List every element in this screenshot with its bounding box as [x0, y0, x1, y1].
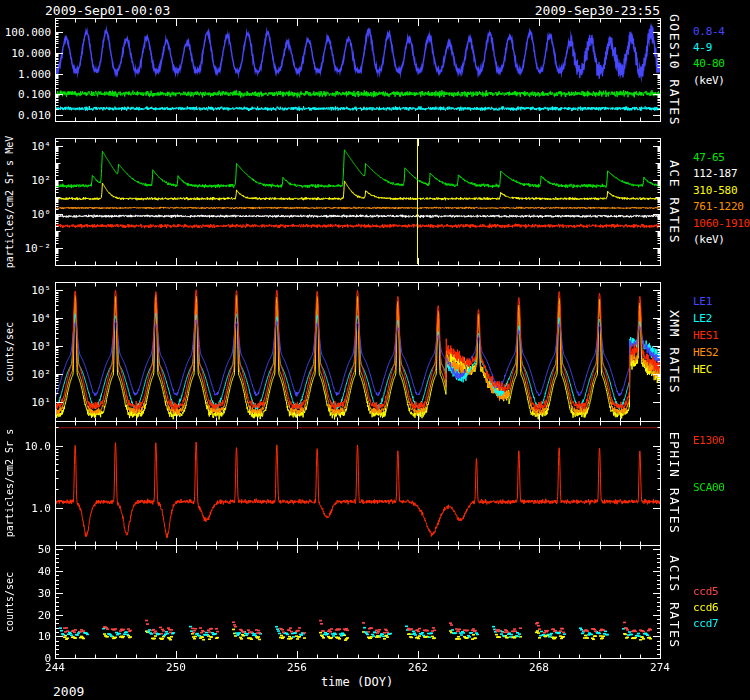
end-timestamp: 2009-Sep30-23:55	[535, 3, 660, 18]
legend-label-e1300: E1300	[693, 434, 725, 447]
start-timestamp: 2009-Sep01-00:03	[45, 3, 170, 18]
y-tick-label: 40	[0, 565, 51, 578]
legend-label-ccd6: ccd6	[693, 601, 718, 614]
year-label: 2009	[53, 684, 84, 699]
xmm-rates-canvas	[55, 282, 661, 422]
acis-y-axis-label: counts/sec	[4, 571, 15, 631]
y-tick-label: 10⁴	[0, 140, 51, 153]
x-tick-label: 262	[400, 661, 436, 674]
radiation-environment-plot: 2009-Sep01-00:03 2009-Sep30-23:55 GOES10…	[0, 0, 750, 700]
legend-label-4-9: 4-9	[693, 41, 712, 54]
legend-label-47-65: 47-65	[693, 151, 725, 164]
y-tick-label: 10³	[0, 340, 51, 353]
legend-label-761-1220: 761-1220	[693, 200, 744, 213]
y-tick-label: 50	[0, 543, 51, 556]
y-tick-label: 10²	[0, 174, 51, 187]
legend-label-hes1: HES1	[693, 329, 718, 342]
x-tick-label: 256	[279, 661, 315, 674]
x-axis-label: time (DOY)	[257, 675, 457, 689]
ace-rates-canvas	[55, 138, 661, 266]
goes10-rates-canvas	[55, 18, 661, 122]
xmm-panel-title: XMM RATES	[667, 310, 682, 394]
y-tick-label: 20	[0, 609, 51, 622]
y-tick-label: 10.000	[0, 47, 51, 60]
ace-panel-title: ACE RATES	[667, 160, 682, 244]
legend-label-40-80: 40-80	[693, 57, 725, 70]
y-tick-label: 10.0	[0, 440, 51, 453]
legend-label-sca00: SCA00	[693, 481, 725, 494]
x-tick-label: 268	[521, 661, 557, 674]
legend-label-ccd7: ccd7	[693, 617, 718, 630]
y-tick-label: 0.100	[0, 88, 51, 101]
acis-rates-canvas	[55, 545, 661, 659]
y-tick-label: 10⁰	[0, 208, 51, 221]
y-tick-label: 10¹	[0, 396, 51, 409]
ephin-panel-title: EPHIN RATES	[667, 432, 682, 535]
y-tick-label: 0.010	[0, 109, 51, 122]
y-tick-label: 10⁴	[0, 312, 51, 325]
y-tick-label: 1.0	[0, 502, 51, 515]
goes10-panel-title: GOES10 RATES	[667, 14, 682, 126]
y-tick-label: 10	[0, 630, 51, 643]
y-tick-label: 10⁵	[0, 284, 51, 297]
legend-label-le1: LE1	[693, 295, 712, 308]
y-tick-label: 1.000	[0, 68, 51, 81]
acis-panel-title: ACIS RATES	[667, 555, 682, 648]
ephin-rates-canvas	[55, 421, 661, 546]
x-tick-label: 244	[37, 661, 73, 674]
legend-label-hes2: HES2	[693, 346, 718, 359]
x-tick-label: 250	[158, 661, 194, 674]
x-tick-label: 274	[642, 661, 678, 674]
legend-label-le2: LE2	[693, 312, 712, 325]
legend-label-hec: HEC	[693, 363, 712, 376]
legend-label-112-187: 112-187	[693, 167, 737, 180]
y-tick-label: 10⁻²	[0, 242, 51, 255]
legend-label-kev: (keV)	[693, 233, 725, 246]
y-tick-label: 30	[0, 587, 51, 600]
y-tick-label: 10²	[0, 368, 51, 381]
legend-label-1060-1910: 1060-1910	[693, 217, 750, 230]
legend-label-0-8-4: 0.8-4	[693, 25, 725, 38]
legend-label-310-580: 310-580	[693, 184, 737, 197]
legend-label-kev: (keV)	[693, 74, 725, 87]
legend-label-ccd5: ccd5	[693, 585, 718, 598]
y-tick-label: 100.000	[0, 26, 51, 39]
